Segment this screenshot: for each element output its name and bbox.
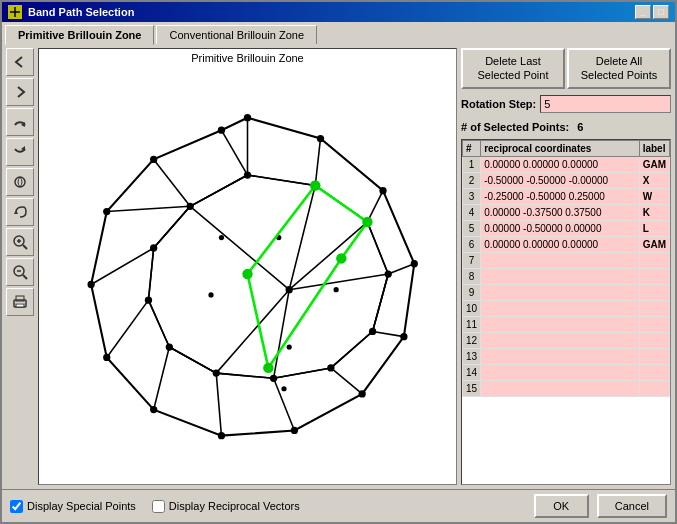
svg-point-77 [166, 343, 173, 350]
table-row[interactable]: 11 [463, 316, 670, 332]
svg-line-39 [274, 368, 331, 378]
table-row[interactable]: 50.00000 -0.50000 0.00000L [463, 220, 670, 236]
cell-num: 9 [463, 284, 481, 300]
table-row[interactable]: 10 [463, 300, 670, 316]
cell-label: K [639, 204, 669, 220]
cancel-button[interactable]: Cancel [597, 494, 667, 518]
undo-tool[interactable] [6, 198, 34, 226]
table-row[interactable]: 12 [463, 332, 670, 348]
display-special-points-label[interactable]: Display Special Points [10, 500, 136, 513]
svg-line-40 [216, 373, 273, 378]
tab-primitive[interactable]: Primitive Brillouin Zone [5, 25, 154, 45]
cell-num: 11 [463, 316, 481, 332]
cell-label [639, 364, 669, 380]
ok-button[interactable]: OK [534, 494, 589, 518]
svg-point-83 [281, 386, 286, 391]
display-reciprocal-vectors-label[interactable]: Display Reciprocal Vectors [152, 500, 300, 513]
brillouin-zone-svg[interactable] [39, 67, 456, 485]
points-table-container[interactable]: # reciprocal coordinates label 10.00000 … [461, 139, 671, 485]
svg-line-52 [274, 290, 290, 379]
table-row[interactable]: 2-0.50000 -0.50000 -0.00000X [463, 172, 670, 188]
svg-line-22 [388, 264, 414, 274]
cell-coords: 0.00000 -0.37500 0.37500 [481, 204, 640, 220]
svg-line-29 [91, 248, 154, 284]
svg-point-56 [317, 135, 324, 142]
table-row[interactable]: 9 [463, 284, 670, 300]
cell-label [639, 284, 669, 300]
table-row[interactable]: 40.00000 -0.37500 0.37500K [463, 204, 670, 220]
cell-label: X [639, 172, 669, 188]
tab-bar: Primitive Brillouin Zone Conventional Br… [2, 22, 675, 44]
delete-all-button[interactable]: Delete All Selected Points [567, 48, 671, 89]
rotate-down-tool[interactable] [6, 138, 34, 166]
cell-label [639, 348, 669, 364]
svg-point-63 [150, 406, 157, 413]
print-tool[interactable] [6, 288, 34, 316]
cell-coords: 0.00000 -0.50000 0.00000 [481, 220, 640, 236]
canvas-label: Primitive Brillouin Zone [39, 49, 456, 67]
svg-point-73 [369, 328, 376, 335]
svg-point-5 [15, 177, 25, 187]
col-label: label [639, 140, 669, 156]
svg-line-54 [190, 206, 289, 289]
svg-point-64 [103, 354, 110, 361]
cell-coords [481, 348, 640, 364]
svg-point-60 [359, 390, 366, 397]
svg-point-93 [263, 363, 273, 373]
svg-line-45 [190, 175, 247, 206]
dialog-buttons: OK Cancel [534, 494, 667, 518]
display-reciprocal-vectors-checkbox[interactable] [152, 500, 165, 513]
table-row[interactable]: 13 [463, 348, 670, 364]
svg-line-38 [331, 331, 373, 367]
table-row[interactable]: 7 [463, 252, 670, 268]
svg-point-79 [150, 244, 157, 251]
svg-point-91 [362, 217, 372, 227]
left-panel: Primitive Brillouin Zone [6, 48, 457, 485]
arrow-left-tool[interactable] [6, 48, 34, 76]
table-row[interactable]: 14 [463, 364, 670, 380]
selected-points-value: 6 [577, 121, 583, 133]
cell-label [639, 332, 669, 348]
rotate-3d-tool[interactable] [6, 168, 34, 196]
cell-label [639, 300, 669, 316]
cell-num: 2 [463, 172, 481, 188]
arrow-right-tool[interactable] [6, 78, 34, 106]
table-row[interactable]: 60.00000 0.00000 0.00000GAM [463, 236, 670, 252]
delete-last-button[interactable]: Delete Last Selected Point [461, 48, 565, 89]
svg-point-86 [334, 287, 339, 292]
table-row[interactable]: 8 [463, 268, 670, 284]
table-row[interactable]: 15 [463, 380, 670, 396]
svg-point-92 [336, 253, 346, 263]
table-row[interactable]: 10.00000 0.00000 0.00000GAM [463, 156, 670, 172]
maximize-button[interactable]: □ [653, 5, 669, 19]
table-row[interactable]: 3-0.25000 -0.50000 0.25000W [463, 188, 670, 204]
cell-coords [481, 332, 640, 348]
cell-coords: 0.00000 0.00000 0.00000 [481, 156, 640, 172]
svg-point-67 [150, 156, 157, 163]
title-bar: Band Path Selection _ □ [2, 2, 675, 22]
zoom-in-tool[interactable] [6, 228, 34, 256]
cell-coords [481, 252, 640, 268]
rotate-up-tool[interactable] [6, 108, 34, 136]
minimize-button[interactable]: _ [635, 5, 651, 19]
tab-conventional[interactable]: Conventional Brillouin Zone [156, 25, 317, 44]
zoom-out-tool[interactable] [6, 258, 34, 286]
rotation-step-input[interactable] [540, 95, 671, 113]
svg-line-46 [373, 274, 389, 331]
display-special-points-checkbox[interactable] [10, 500, 23, 513]
svg-point-89 [242, 269, 252, 279]
canvas-area[interactable]: Primitive Brillouin Zone [38, 48, 457, 485]
svg-point-88 [287, 344, 292, 349]
svg-line-31 [154, 159, 190, 206]
svg-line-27 [154, 347, 170, 410]
svg-line-34 [248, 175, 316, 185]
svg-line-36 [367, 222, 388, 274]
cell-num: 14 [463, 364, 481, 380]
cell-label [639, 316, 669, 332]
cell-coords [481, 316, 640, 332]
svg-point-58 [411, 260, 418, 267]
cell-num: 4 [463, 204, 481, 220]
cell-num: 10 [463, 300, 481, 316]
rotation-step-label: Rotation Step: [461, 98, 536, 110]
svg-point-80 [187, 203, 194, 210]
